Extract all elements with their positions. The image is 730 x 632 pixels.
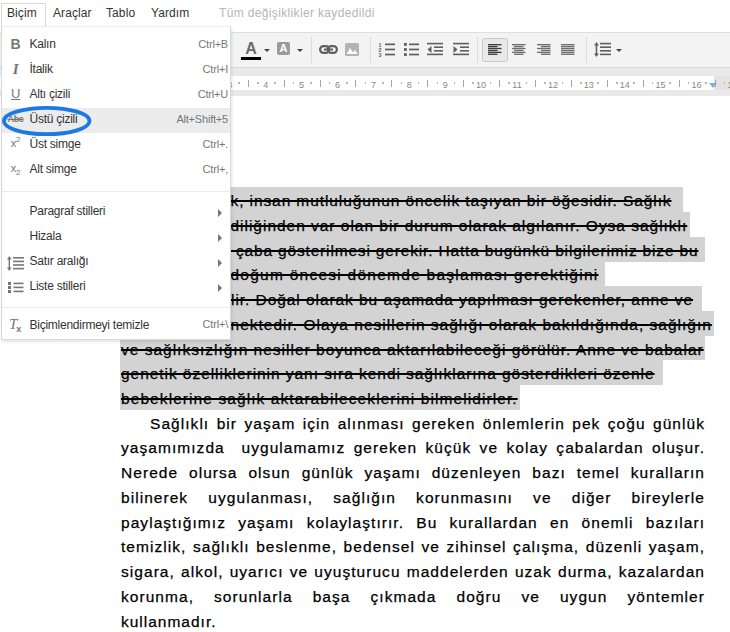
svg-text:3: 3 (379, 52, 382, 57)
